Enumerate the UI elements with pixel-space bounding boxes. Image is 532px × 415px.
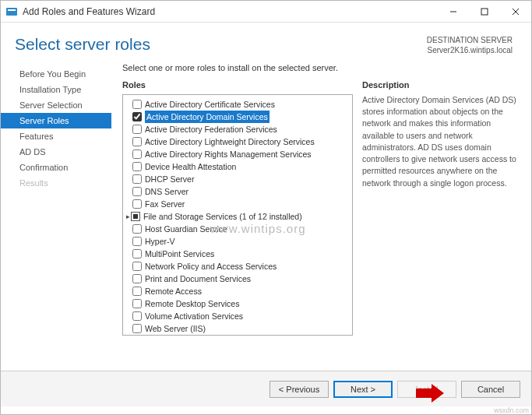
sidebar-item[interactable]: Installation Type [1, 82, 111, 97]
role-row[interactable]: Active Directory Federation Services [125, 123, 351, 135]
role-row[interactable]: Active Directory Certificate Services [125, 98, 351, 111]
role-label: Web Server (IIS) [145, 322, 206, 335]
role-label: Hyper-V [145, 235, 175, 248]
role-label: Device Health Attestation [145, 160, 236, 173]
role-label: Active Directory Rights Management Servi… [145, 148, 312, 160]
role-row[interactable]: Web Server (IIS) [125, 322, 351, 335]
close-button[interactable] [500, 1, 531, 22]
wizard-header: Select server roles DESTINATION SERVER S… [1, 23, 531, 63]
sidebar-item[interactable]: Before You Begin [1, 66, 111, 82]
titlebar: Add Roles and Features Wizard [1, 1, 531, 23]
destination-value: Server2K16.wintips.local [427, 45, 513, 55]
description-text: Active Directory Domain Services (AD DS)… [362, 94, 523, 189]
sidebar-item[interactable]: Server Roles [1, 113, 111, 128]
role-label: Host Guardian Service [145, 223, 227, 235]
role-label: DHCP Server [145, 173, 194, 185]
role-checkbox[interactable] [132, 137, 142, 146]
role-row[interactable]: ▸File and Storage Services (1 of 12 inst… [125, 210, 351, 223]
sidebar-item[interactable]: AD DS [1, 144, 111, 160]
role-checkbox[interactable] [132, 224, 142, 234]
role-checkbox[interactable] [132, 299, 142, 308]
sidebar-item[interactable]: Confirmation [1, 160, 111, 175]
role-checkbox[interactable] [132, 100, 142, 109]
role-checkbox[interactable] [131, 212, 140, 221]
description-column: Description Active Directory Domain Serv… [362, 80, 523, 371]
page-title: Select server roles [15, 35, 150, 55]
role-checkbox[interactable] [132, 174, 142, 184]
role-checkbox[interactable] [132, 311, 142, 321]
role-label: DNS Server [145, 185, 188, 198]
sidebar-item[interactable]: Features [1, 128, 111, 144]
role-row[interactable]: Remote Desktop Services [125, 297, 351, 310]
role-row[interactable]: Fax Server [125, 198, 351, 210]
role-label: Active Directory Domain Services [145, 111, 270, 123]
role-checkbox[interactable] [132, 125, 142, 134]
sidebar-item[interactable]: Server Selection [1, 97, 111, 113]
window-controls [438, 1, 531, 22]
role-label: MultiPoint Services [145, 248, 214, 260]
role-checkbox[interactable] [132, 249, 142, 258]
role-row[interactable]: Active Directory Lightweight Directory S… [125, 135, 351, 148]
description-label: Description [362, 80, 523, 90]
role-checkbox[interactable] [132, 187, 142, 196]
role-checkbox[interactable] [132, 162, 142, 171]
role-label: Remote Desktop Services [145, 297, 239, 310]
role-label: File and Storage Services (1 of 12 insta… [143, 210, 302, 223]
role-row[interactable]: Hyper-V [125, 235, 351, 248]
role-label: Active Directory Certificate Services [145, 98, 275, 111]
role-checkbox[interactable] [132, 274, 142, 283]
wizard-footer: < Previous Next > Install Cancel [1, 371, 531, 406]
window-title: Add Roles and Features Wizard [23, 6, 438, 17]
role-row[interactable]: MultiPoint Services [125, 248, 351, 260]
role-label: Windows Deployment Services [145, 335, 258, 336]
role-row[interactable]: DHCP Server [125, 173, 351, 185]
role-row[interactable]: Remote Access [125, 285, 351, 297]
role-checkbox[interactable] [132, 324, 142, 333]
role-checkbox[interactable] [132, 149, 142, 159]
role-row[interactable]: Windows Deployment Services [125, 335, 351, 336]
role-row[interactable]: DNS Server [125, 185, 351, 198]
role-label: Fax Server [145, 198, 185, 210]
destination-server: DESTINATION SERVER Server2K16.wintips.lo… [427, 35, 513, 55]
svg-rect-1 [8, 9, 16, 11]
role-row[interactable]: Network Policy and Access Services [125, 260, 351, 273]
role-row[interactable]: Print and Document Services [125, 273, 351, 285]
role-label: Active Directory Lightweight Directory S… [145, 135, 315, 148]
role-row[interactable]: Active Directory Rights Management Servi… [125, 148, 351, 160]
minimize-button[interactable] [438, 1, 469, 22]
role-row[interactable]: Device Health Attestation [125, 160, 351, 173]
instruction-text: Select one or more roles to install on t… [122, 63, 523, 72]
role-label: Volume Activation Services [145, 310, 243, 322]
role-checkbox[interactable] [132, 287, 142, 296]
destination-label: DESTINATION SERVER [427, 35, 513, 45]
previous-button[interactable]: < Previous [270, 381, 329, 398]
role-label: Network Policy and Access Services [145, 260, 277, 273]
svg-rect-3 [481, 9, 488, 15]
role-label: Print and Document Services [145, 273, 251, 285]
app-icon [5, 5, 18, 18]
main-panel: Select one or more roles to install on t… [111, 63, 531, 371]
role-label: Remote Access [145, 285, 202, 297]
role-checkbox[interactable] [132, 262, 142, 271]
role-row[interactable]: Active Directory Domain Services [125, 111, 351, 123]
roles-listbox[interactable]: Active Directory Certificate ServicesAct… [122, 94, 353, 336]
credit-text: wsxdn.com [494, 406, 529, 414]
sidebar-nav: Before You BeginInstallation TypeServer … [1, 63, 111, 371]
roles-column: Roles Active Directory Certificate Servi… [122, 80, 353, 371]
maximize-button[interactable] [469, 1, 500, 22]
role-checkbox[interactable] [132, 237, 142, 246]
role-checkbox[interactable] [132, 112, 142, 121]
roles-label: Roles [122, 80, 353, 90]
role-label: Active Directory Federation Services [145, 123, 277, 135]
next-button[interactable]: Next > [333, 381, 393, 398]
wizard-body: Before You BeginInstallation TypeServer … [1, 63, 531, 371]
role-row[interactable]: Host Guardian Service [125, 223, 351, 235]
svg-rect-0 [6, 8, 17, 16]
role-row[interactable]: Volume Activation Services [125, 310, 351, 322]
cancel-button[interactable]: Cancel [461, 381, 520, 398]
sidebar-item: Results [1, 175, 111, 191]
role-checkbox[interactable] [132, 199, 142, 209]
expand-icon[interactable]: ▸ [125, 210, 131, 223]
install-button: Install [397, 381, 456, 398]
